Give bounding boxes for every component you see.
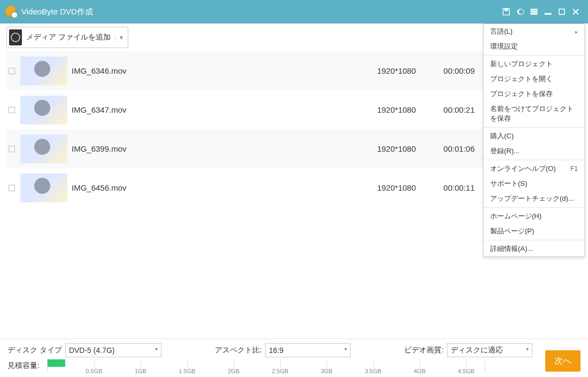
capacity-tick-label: 0.5GB: [86, 368, 102, 374]
file-thumbnail: [20, 174, 67, 202]
file-duration: 00:00:21: [421, 105, 475, 114]
capacity-tick: [280, 359, 281, 367]
disc-icon: [9, 29, 22, 45]
menu-item[interactable]: オンラインヘルプ(O)F1: [484, 161, 584, 176]
file-duration: 00:00:11: [421, 183, 475, 192]
menu-separator: [484, 207, 584, 208]
file-name: IMG_6347.mov: [72, 105, 264, 114]
capacity-tick: [94, 359, 95, 367]
menu-item[interactable]: 言語(L): [484, 24, 584, 39]
aspect-select[interactable]: 16:9: [265, 343, 351, 357]
menu-item[interactable]: 環境設定: [484, 39, 584, 54]
capacity-tick-label: 4.5GB: [458, 368, 474, 374]
menu-item[interactable]: ホームページ(H): [484, 209, 584, 224]
app-title: VideoByte DVD作成: [21, 7, 93, 17]
capacity-tick: [141, 359, 141, 367]
capacity-tick: [187, 359, 188, 367]
file-duration: 00:00:09: [421, 66, 475, 75]
aspect-label: アスペクト比:: [215, 345, 262, 355]
file-checkbox[interactable]: [9, 185, 15, 191]
file-checkbox[interactable]: [9, 146, 15, 152]
menu-item[interactable]: 新しいプロジェクト: [484, 57, 584, 72]
capacity-label: 見積容量:: [7, 361, 40, 371]
capacity-tick-label: 1GB: [135, 368, 146, 374]
file-name: IMG_6456.mov: [72, 183, 264, 192]
file-resolution: 1920*1080: [346, 183, 416, 192]
menu-item[interactable]: 名前をつけてプロジェクトを保存: [484, 101, 584, 126]
menu-icon[interactable]: [527, 5, 541, 19]
svg-rect-5: [531, 11, 537, 12]
svg-rect-4: [531, 9, 537, 10]
theme-icon[interactable]: [513, 5, 527, 19]
file-checkbox[interactable]: [9, 107, 15, 113]
capacity-fill: [48, 359, 65, 367]
add-media-label: メディア ファイルを追加: [26, 33, 111, 42]
svg-rect-1: [505, 9, 508, 11]
save-icon[interactable]: [499, 5, 513, 19]
capacity-tick: [373, 359, 374, 367]
svg-rect-8: [559, 9, 564, 14]
capacity-bar: 0.5GB1GB1.5GB2GB2.5GB3GB3.5GB4GB4.5GB: [47, 359, 485, 372]
svg-rect-6: [531, 13, 537, 14]
menu-item[interactable]: アップデートチェック(d)...: [484, 191, 584, 206]
menu-item[interactable]: プロジェクトを保存: [484, 87, 584, 101]
file-checkbox[interactable]: [9, 68, 15, 74]
menu-separator: [484, 240, 584, 240]
file-resolution: 1920*1080: [346, 66, 416, 75]
menu-separator: [484, 127, 584, 128]
add-media-button[interactable]: メディア ファイルを追加 ▼: [6, 27, 128, 48]
file-resolution: 1920*1080: [346, 144, 416, 153]
app-logo-icon: [5, 6, 17, 18]
file-thumbnail: [20, 96, 67, 124]
capacity-tick: [466, 359, 467, 367]
chevron-down-icon[interactable]: ▼: [115, 35, 123, 41]
disc-type-label: ディスク タイプ: [7, 345, 62, 355]
minimize-icon[interactable]: [541, 5, 555, 19]
capacity-tick-label: 3.5GB: [365, 368, 381, 374]
menu-separator: [484, 160, 584, 160]
capacity-tick-label: 4GB: [414, 368, 425, 374]
file-duration: 00:01:06: [421, 144, 475, 153]
file-thumbnail: [20, 135, 67, 163]
menu-item[interactable]: プロジェクトを開く: [484, 72, 584, 87]
bottom-panel: ディスク タイプ DVD-5 (4.7G) アスペクト比: 16:9 ビデオ画質…: [0, 339, 588, 377]
menu-separator: [484, 55, 584, 56]
svg-point-3: [519, 9, 524, 14]
capacity-tick-label: 1.5GB: [179, 368, 195, 374]
capacity-tick: [420, 359, 420, 367]
close-icon[interactable]: [569, 5, 583, 19]
menu-item[interactable]: 製品ページ(P): [484, 224, 584, 239]
capacity-tick: [234, 359, 234, 367]
capacity-tick: [327, 359, 327, 367]
capacity-tick-label: 2.5GB: [272, 368, 288, 374]
capacity-row: 見積容量: 0.5GB1GB1.5GB2GB2.5GB3GB3.5GB4GB4.…: [0, 357, 588, 372]
capacity-tick-label: 2GB: [228, 368, 239, 374]
disc-type-select[interactable]: DVD-5 (4.7G): [65, 343, 161, 357]
next-button[interactable]: 次へ: [545, 350, 581, 372]
menu-item[interactable]: 詳細情報(A)...: [484, 241, 584, 256]
maximize-icon[interactable]: [555, 5, 569, 19]
svg-rect-7: [545, 13, 551, 14]
file-thumbnail: [20, 57, 67, 85]
dropdown-menu: 言語(L)環境設定新しいプロジェクトプロジェクトを開くプロジェクトを保存名前をつ…: [483, 23, 585, 257]
file-name: IMG_6346.mov: [72, 66, 264, 75]
file-resolution: 1920*1080: [346, 105, 416, 114]
menu-item[interactable]: サポート(S): [484, 176, 584, 191]
quality-select[interactable]: ディスクに適応: [447, 343, 532, 357]
quality-label: ビデオ画質:: [404, 345, 444, 355]
titlebar: VideoByte DVD作成: [0, 0, 588, 23]
capacity-tick-label: 3GB: [321, 368, 332, 374]
menu-item[interactable]: 登録(R)...: [484, 144, 584, 159]
file-name: IMG_6399.mov: [72, 144, 264, 153]
menu-item[interactable]: 購入(C): [484, 129, 584, 144]
